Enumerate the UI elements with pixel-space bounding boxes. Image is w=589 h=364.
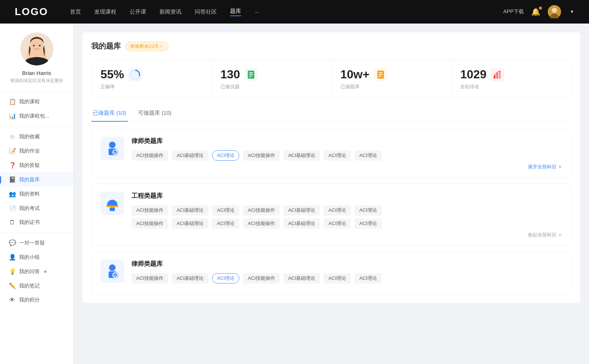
profile-avatar-svg bbox=[20, 32, 53, 65]
sidebar-item-points[interactable]: 👁 我的积分 bbox=[0, 293, 73, 307]
data-icon: 👥 bbox=[9, 190, 15, 197]
exam-icon: 📄 bbox=[9, 205, 15, 212]
stat-ranking-top: 1029 bbox=[460, 68, 562, 81]
notification-badge bbox=[539, 7, 542, 10]
sidebar-item-notes[interactable]: ✏️ 我的笔记 bbox=[0, 279, 73, 293]
tag[interactable]: ACI技能操作 bbox=[243, 150, 280, 161]
header-right: APP下载 🔔 ▼ bbox=[503, 5, 574, 18]
homework-icon: 📝 bbox=[9, 147, 15, 154]
sidebar-label-exam: 我的考试 bbox=[19, 205, 40, 212]
tag[interactable]: ACI基础理论 bbox=[172, 205, 209, 215]
lawyer-svg-2 bbox=[104, 263, 120, 279]
group-icon: 👤 bbox=[9, 254, 15, 261]
questions-icon: 💡 bbox=[9, 268, 15, 275]
sidebar-item-qa[interactable]: ❓ 我的答疑 bbox=[0, 158, 73, 172]
nav-qa[interactable]: 问答社区 bbox=[195, 8, 217, 15]
sidebar-item-questions[interactable]: 💡 我的问答 bbox=[0, 264, 73, 279]
sidebar-item-cert[interactable]: 🗒 我的证书 bbox=[0, 215, 73, 229]
tag[interactable]: ACI理论 bbox=[324, 205, 351, 215]
sidebar-item-qbank[interactable]: 📓 我的题库 bbox=[0, 172, 73, 187]
nav-discover[interactable]: 发现课程 bbox=[94, 8, 116, 15]
one-on-one-icon: 💬 bbox=[9, 239, 15, 246]
tag[interactable]: ACI理论 bbox=[355, 273, 382, 283]
tag[interactable]: ACI技能操作 bbox=[131, 273, 168, 283]
nav-more[interactable]: ··· bbox=[254, 9, 259, 15]
tag[interactable]: ACI基础理论 bbox=[283, 218, 320, 229]
qbank-engineering-icon bbox=[100, 192, 124, 215]
app-download-btn[interactable]: APP下载 bbox=[503, 8, 524, 15]
sidebar-label-questions: 我的问答 bbox=[19, 268, 40, 275]
sidebar-label-favorites: 我的收藏 bbox=[19, 133, 40, 140]
tag[interactable]: ACI理论 bbox=[355, 150, 382, 161]
tag[interactable]: ACI技能操作 bbox=[131, 205, 168, 215]
stat-accuracy-value: 55% bbox=[100, 68, 124, 81]
user-avatar[interactable] bbox=[548, 5, 561, 18]
user-menu-chevron[interactable]: ▼ bbox=[570, 9, 574, 14]
collapse-engineering-btn[interactable]: 收起全部科目 ∧ bbox=[131, 232, 562, 238]
tag[interactable]: ACI基础理论 bbox=[283, 205, 320, 215]
nav-qbank[interactable]: 题库 bbox=[230, 8, 241, 16]
tag[interactable]: ACI技能操作 bbox=[131, 150, 168, 161]
stat-done-banks-icon bbox=[374, 68, 387, 81]
tag[interactable]: ACI基础理论 bbox=[283, 150, 320, 161]
tag[interactable]: ACI基础理论 bbox=[283, 273, 320, 283]
tag[interactable]: ACI理论 bbox=[355, 205, 382, 215]
qbank-lawyer2-icon bbox=[100, 260, 124, 283]
sidebar-label-cert: 我的证书 bbox=[19, 219, 40, 226]
sidebar-item-group[interactable]: 👤 我的小组 bbox=[0, 250, 73, 264]
points-icon: 👁 bbox=[9, 297, 15, 303]
sidebar-item-course-pack[interactable]: 📊 我的课程包... bbox=[0, 109, 73, 123]
nav-divider-1 bbox=[0, 126, 73, 126]
tag-active[interactable]: ACI理论 bbox=[212, 273, 239, 283]
qbank-lawyer2-content: 律师类题库 ACI技能操作 ACI基础理论 ACI理论 ACI技能操作 ACI基… bbox=[131, 260, 562, 286]
tag[interactable]: ACI理论 bbox=[324, 273, 351, 283]
svg-point-5 bbox=[33, 45, 35, 46]
sidebar-item-homework[interactable]: 📝 我的作业 bbox=[0, 144, 73, 158]
tag[interactable]: ACI理论 bbox=[324, 150, 351, 161]
qbank-item-engineering: 工程类题库 ACI技能操作 ACI基础理论 ACI理论 ACI技能操作 ACI基… bbox=[91, 184, 571, 246]
tag[interactable]: ACI技能操作 bbox=[131, 218, 168, 229]
page-header: 我的题库 体验剩余23天！ bbox=[91, 41, 571, 51]
tag[interactable]: ACI技能操作 bbox=[243, 273, 280, 283]
doc-green-svg bbox=[246, 70, 256, 79]
stat-accuracy: 55% 正确率 bbox=[92, 60, 212, 97]
main-nav: 首页 发现课程 公开课 新闻资讯 问答社区 题库 ··· bbox=[70, 8, 503, 16]
tag[interactable]: ACI理论 bbox=[324, 218, 351, 229]
tag[interactable]: ACI技能操作 bbox=[243, 205, 280, 215]
page-title: 我的题库 bbox=[91, 41, 121, 51]
tag[interactable]: ACI理论 bbox=[212, 218, 239, 229]
sidebar: Brian Harris 错误的决定比没有决定要好 📋 我的课程 📊 我的课程包… bbox=[0, 24, 74, 364]
nav-home[interactable]: 首页 bbox=[70, 8, 81, 15]
tab-done[interactable]: 已做题库 (10) bbox=[91, 107, 128, 122]
svg-point-21 bbox=[109, 142, 116, 148]
sidebar-item-data[interactable]: 👥 我的资料 bbox=[0, 187, 73, 201]
qbank-lawyer1-icon bbox=[100, 137, 124, 160]
sidebar-item-exam[interactable]: 📄 我的考试 bbox=[0, 201, 73, 215]
qbank-list: 律师类题库 ACI技能操作 ACI基础理论 ACI理论 ACI技能操作 ACI基… bbox=[91, 129, 571, 294]
sidebar-label-course-pack: 我的课程包... bbox=[19, 113, 49, 119]
tag[interactable]: ACI理论 bbox=[355, 218, 382, 229]
logo[interactable]: LOGO bbox=[15, 6, 48, 18]
qbank-engineering-tags-row2: ACI技能操作 ACI基础理论 ACI理论 ACI技能操作 ACI基础理论 AC… bbox=[131, 218, 562, 229]
stat-done-banks-top: 10w+ bbox=[341, 68, 442, 81]
tag[interactable]: ACI技能操作 bbox=[243, 218, 280, 229]
nav-news[interactable]: 新闻资讯 bbox=[159, 8, 181, 15]
svg-rect-17 bbox=[494, 75, 495, 79]
tag[interactable]: ACI理论 bbox=[212, 205, 239, 215]
helmet-svg bbox=[104, 195, 120, 211]
notification-bell[interactable]: 🔔 bbox=[531, 7, 540, 16]
nav-open-course[interactable]: 公开课 bbox=[130, 8, 146, 15]
avatar-svg bbox=[548, 5, 561, 18]
expand-lawyer1-btn[interactable]: 展开全部科目 ∨ bbox=[131, 164, 562, 170]
tab-available[interactable]: 可做题库 (10) bbox=[137, 107, 173, 122]
sidebar-item-favorites[interactable]: ☆ 我的收藏 bbox=[0, 129, 73, 144]
qbank-item-lawyer1: 律师类题库 ACI技能操作 ACI基础理论 ACI理论 ACI技能操作 ACI基… bbox=[91, 129, 571, 178]
chart-red-svg bbox=[493, 70, 502, 79]
tag[interactable]: ACI基础理论 bbox=[172, 150, 209, 161]
sidebar-item-my-course[interactable]: 📋 我的课程 bbox=[0, 94, 73, 109]
tag[interactable]: ACI基础理论 bbox=[172, 218, 209, 229]
tag[interactable]: ACI基础理论 bbox=[172, 273, 209, 283]
sidebar-label-one-on-one: 一对一答疑 bbox=[19, 240, 45, 246]
tag-active[interactable]: ACI理论 bbox=[212, 150, 239, 161]
sidebar-item-one-on-one[interactable]: 💬 一对一答疑 bbox=[0, 236, 73, 250]
